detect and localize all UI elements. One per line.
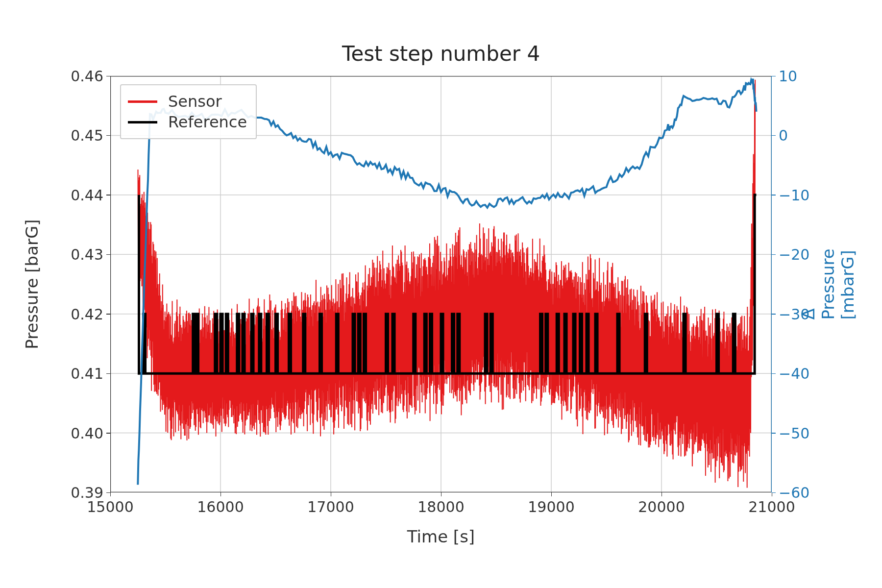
- y-left-tick-label: 0.44: [71, 186, 103, 203]
- legend-swatch-sensor: [128, 100, 157, 103]
- y-left-tick: [106, 195, 110, 196]
- x-tick-label: 16000: [197, 498, 244, 515]
- y-right-tick-label: −10: [779, 186, 809, 203]
- x-tick: [551, 492, 552, 496]
- y-left-tick-label: 0.46: [71, 68, 103, 85]
- figure: Test step number 4 Sensor Reference Pres…: [0, 0, 882, 588]
- x-tick: [220, 492, 221, 496]
- series-sensor: [138, 80, 756, 488]
- y-left-tick-label: 0.39: [71, 484, 103, 501]
- y-right-tick: [772, 492, 776, 493]
- y-right-tick: [772, 76, 776, 77]
- y-left-tick-label: 0.41: [71, 365, 103, 382]
- y-right-tick: [772, 195, 776, 196]
- x-tick-label: 18000: [417, 498, 464, 515]
- legend-item-sensor: Sensor: [128, 92, 247, 111]
- legend-item-reference: Reference: [128, 113, 247, 131]
- legend-label-sensor: Sensor: [168, 92, 222, 111]
- y-left-tick: [106, 254, 110, 255]
- x-tick: [331, 492, 332, 496]
- y-left-tick: [106, 492, 110, 493]
- legend-swatch-reference: [128, 121, 157, 123]
- y-right-tick: [772, 314, 776, 315]
- y-left-tick: [106, 433, 110, 434]
- x-tick-label: 17000: [307, 498, 354, 515]
- y-right-tick-label: −30: [779, 305, 809, 322]
- y-right-tick-label: −50: [779, 424, 809, 441]
- x-tick: [772, 492, 773, 496]
- y-left-tick: [106, 135, 110, 136]
- y-right-tick: [772, 254, 776, 255]
- y-left-tick: [106, 76, 110, 77]
- legend: Sensor Reference: [120, 84, 257, 139]
- y-right-tick: [772, 373, 776, 374]
- y-left-tick-label: 0.43: [71, 246, 103, 263]
- y-right-tick-label: 10: [779, 68, 797, 85]
- y-left-tick-label: 0.42: [71, 305, 103, 322]
- x-axis-label: Time [s]: [0, 527, 882, 546]
- y-left-tick: [106, 314, 110, 315]
- x-tick-label: 19000: [528, 498, 574, 515]
- x-tick: [110, 492, 111, 496]
- y-left-tick: [106, 373, 110, 374]
- y-left-tick-label: 0.45: [71, 127, 103, 144]
- y-axis-left-label: Pressure [barG]: [22, 219, 42, 349]
- y-right-tick-label: −60: [779, 484, 809, 501]
- y-right-tick-label: −20: [779, 246, 809, 263]
- y-right-tick-label: 0: [779, 127, 788, 144]
- y-left-tick-label: 0.40: [71, 424, 103, 441]
- legend-label-reference: Reference: [168, 113, 247, 131]
- y-right-tick: [772, 135, 776, 136]
- x-tick: [662, 492, 662, 496]
- x-tick: [441, 492, 442, 496]
- x-tick-label: 20000: [638, 498, 685, 515]
- y-right-tick: [772, 433, 776, 434]
- y-right-tick-label: −40: [779, 365, 809, 382]
- chart-title: Test step number 4: [0, 42, 882, 66]
